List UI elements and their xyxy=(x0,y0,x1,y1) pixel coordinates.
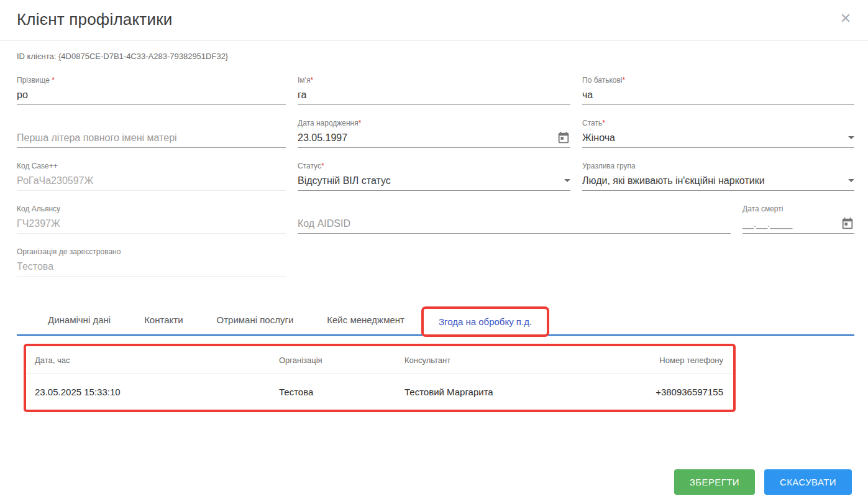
birth-date-input[interactable] xyxy=(298,132,552,144)
death-date-input[interactable] xyxy=(742,218,836,229)
tab-bar: Динамічні дані Контакти Отримані послуги… xyxy=(17,306,854,336)
case-code-field: Код Case++ РоГаЧа230597Ж xyxy=(17,162,286,191)
status-label: Статус xyxy=(298,162,321,170)
mother-letter-field xyxy=(17,119,286,148)
case-code-value: РоГаЧа230597Ж xyxy=(17,175,286,186)
form-row-5: Організація де зареєстровано Тестова xyxy=(17,247,854,277)
case-code-label: Код Case++ xyxy=(17,162,58,170)
cell-datetime: 23.05.2025 15:33:10 xyxy=(35,387,279,397)
required-asterisk: * xyxy=(359,119,362,127)
alliance-code-label: Код Альянсу xyxy=(17,205,60,213)
form-row-3: Код Case++ РоГаЧа230597Ж Статус* Відсутн… xyxy=(17,162,854,191)
patronymic-input[interactable] xyxy=(582,90,854,101)
patronymic-label: По батькові xyxy=(582,76,623,85)
first-name-field: Ім'я* xyxy=(298,76,570,105)
cancel-button[interactable]: СКАСУВАТИ xyxy=(764,469,852,495)
required-asterisk: * xyxy=(602,119,605,127)
mother-letter-input[interactable] xyxy=(17,132,286,144)
required-asterisk: * xyxy=(310,76,313,85)
column-header-organization: Організація xyxy=(279,356,404,365)
vulnerable-group-value: Люди, які вживають ін'єкційні наркотики xyxy=(582,175,843,186)
org-registered-field: Організація де зареєстровано Тестова xyxy=(17,247,286,277)
annotation-box-consent-table: Дата, час Організація Консультант Номер … xyxy=(24,344,736,412)
dialog-header: Клієнт профілактики ✕ xyxy=(0,0,868,41)
column-header-consultant: Консультант xyxy=(404,356,647,365)
calendar-icon[interactable] xyxy=(557,131,570,145)
required-asterisk: * xyxy=(50,76,55,85)
death-date-field: Дата смерті xyxy=(742,205,854,234)
client-id-line: ID клієнта: {4D0875CE-D7B1-4C33-A283-793… xyxy=(17,52,854,61)
tab-case-management[interactable]: Кейс менеджмент xyxy=(310,306,421,334)
patronymic-field: По батькові* xyxy=(582,76,854,105)
client-id-label: ID клієнта: xyxy=(17,52,56,61)
gender-value: Жіноча xyxy=(582,132,843,144)
alliance-code-field: Код Альянсу ГЧ2397Ж xyxy=(17,205,286,234)
gender-select-control[interactable]: Жіноча xyxy=(582,130,854,148)
birth-date-field: Дата народження* xyxy=(298,119,570,148)
client-id-value: {4D0875CE-D7B1-4C33-A283-79382951DF32} xyxy=(58,52,228,61)
required-asterisk: * xyxy=(623,76,626,85)
required-asterisk: * xyxy=(321,162,324,170)
surname-field: Прізвище * xyxy=(17,76,286,105)
surname-label: Прізвище xyxy=(17,76,50,85)
calendar-icon[interactable] xyxy=(841,217,854,231)
status-value: Відсутній ВІЛ статус xyxy=(298,175,559,186)
page-title: Клієнт профілактики xyxy=(17,10,868,29)
chevron-down-icon xyxy=(848,136,854,139)
aidsid-code-input[interactable] xyxy=(298,218,731,229)
first-name-label: Ім'я xyxy=(298,76,310,85)
cell-consultant: Тестовий Маргарита xyxy=(404,387,647,397)
status-select: Статус* Відсутній ВІЛ статус xyxy=(298,162,570,191)
column-header-datetime: Дата, час xyxy=(35,356,279,365)
status-select-control[interactable]: Відсутній ВІЛ статус xyxy=(298,173,570,191)
org-registered-value: Тестова xyxy=(17,261,286,272)
form-row-2: Дата народження* Стать* Жіноча xyxy=(17,119,854,148)
dialog-actions: ЗБЕРЕГТИ СКАСУВАТИ xyxy=(674,469,852,495)
tab-dynamic-data[interactable]: Динамічні дані xyxy=(31,306,127,334)
annotation-box-active-tab: Згода на обробку п.д. xyxy=(421,306,549,337)
cell-phone: +380936597155 xyxy=(647,387,724,397)
form-row-1: Прізвище * Ім'я* По батькові* xyxy=(17,76,854,105)
dialog-body: ID клієнта: {4D0875CE-D7B1-4C33-A283-793… xyxy=(0,52,868,412)
first-name-input[interactable] xyxy=(298,90,570,101)
close-icon[interactable]: ✕ xyxy=(836,9,856,29)
org-registered-label: Організація де зареєстровано xyxy=(17,247,121,256)
surname-input[interactable] xyxy=(17,90,286,101)
vulnerable-group-select-control[interactable]: Люди, які вживають ін'єкційні наркотики xyxy=(582,173,854,191)
cell-organization: Тестова xyxy=(279,387,404,397)
table-header-row: Дата, час Організація Консультант Номер … xyxy=(26,346,733,374)
alliance-code-value: ГЧ2397Ж xyxy=(17,218,286,229)
table-row[interactable]: 23.05.2025 15:33:10 Тестова Тестовий Мар… xyxy=(26,374,733,410)
aidsid-code-field xyxy=(298,205,731,234)
tab-consent-processing[interactable]: Згода на обробку п.д. xyxy=(424,309,547,334)
chevron-down-icon xyxy=(564,179,570,182)
vulnerable-group-select: Уразлива група Люди, які вживають ін'єкц… xyxy=(582,162,854,191)
gender-select: Стать* Жіноча xyxy=(582,119,854,148)
form-row-4: Код Альянсу ГЧ2397Ж Дата смерті xyxy=(17,205,854,234)
birth-date-label: Дата народження xyxy=(298,119,359,127)
vulnerable-group-label: Уразлива група xyxy=(582,162,636,170)
gender-label: Стать xyxy=(582,119,602,127)
column-header-phone: Номер телефону xyxy=(647,356,724,365)
death-date-label: Дата смерті xyxy=(742,205,783,213)
save-button[interactable]: ЗБЕРЕГТИ xyxy=(674,469,755,495)
chevron-down-icon xyxy=(848,179,854,182)
tab-received-services[interactable]: Отримані послуги xyxy=(200,306,311,334)
tab-contacts[interactable]: Контакти xyxy=(127,306,199,334)
client-prevention-dialog: Клієнт профілактики ✕ ID клієнта: {4D087… xyxy=(0,0,868,501)
